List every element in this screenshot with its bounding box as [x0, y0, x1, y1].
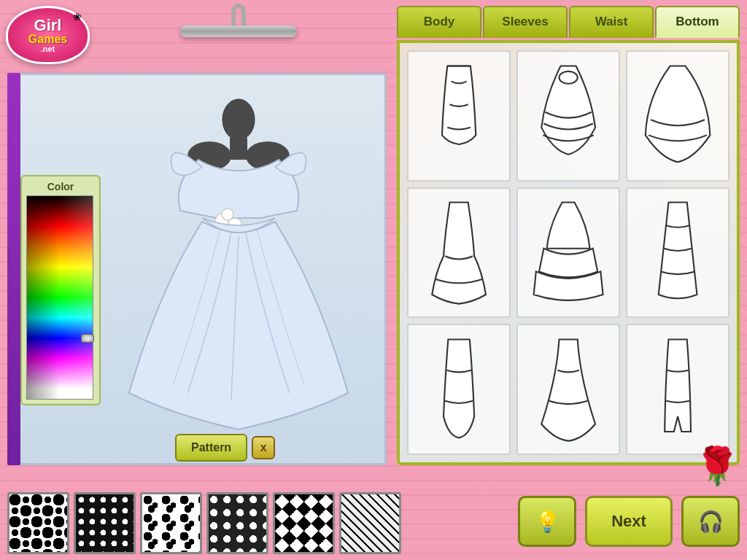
headphones-button[interactable]: 🎧: [681, 496, 740, 547]
swatch-2-pattern: [76, 494, 133, 552]
hanger-hook: [231, 4, 246, 26]
logo-text-net: .net: [41, 45, 55, 53]
tab-bottom[interactable]: Bottom: [655, 6, 740, 38]
pattern-button[interactable]: Pattern: [175, 434, 247, 462]
logo-circle: ❀ Girl Games .net: [6, 6, 90, 64]
swatch-4-pattern: [209, 494, 266, 552]
purple-accent-bar: [7, 73, 20, 465]
svg-point-6: [222, 209, 233, 220]
logo-text-games: Games: [28, 34, 67, 45]
pattern-button-area: Pattern x: [175, 434, 275, 462]
dress-option-5[interactable]: [516, 187, 620, 319]
lightbulb-button[interactable]: 💡: [518, 496, 576, 547]
dress-option-9[interactable]: [626, 324, 729, 455]
swatch-1[interactable]: [7, 492, 69, 554]
tab-sleeves[interactable]: Sleeves: [483, 6, 568, 38]
swatch-2[interactable]: [74, 492, 136, 554]
color-panel[interactable]: Color: [20, 175, 101, 405]
swatch-3[interactable]: [140, 492, 202, 554]
swatch-3-pattern: [142, 494, 200, 552]
next-button[interactable]: Next: [585, 496, 673, 547]
swatch-5-pattern: [275, 494, 333, 552]
svg-rect-1: [230, 138, 247, 160]
tab-waist[interactable]: Waist: [569, 6, 654, 38]
color-slider-thumb[interactable]: [81, 334, 94, 343]
swatch-6[interactable]: [339, 492, 401, 554]
headphones-icon: 🎧: [698, 510, 724, 534]
swatch-1-pattern: [9, 494, 67, 552]
tabs-container: Body Sleeves Waist Bottom: [397, 6, 740, 38]
swatch-6-pattern: [341, 494, 399, 552]
pattern-swatches: [7, 492, 401, 554]
hanger-bar: [180, 26, 297, 37]
main-container: ❀ Girl Games .net Color: [0, 0, 747, 560]
hanger: [102, 4, 375, 69]
dress-option-8[interactable]: [516, 324, 620, 455]
pattern-x-button[interactable]: x: [252, 436, 275, 459]
dress-option-1[interactable]: [407, 50, 511, 182]
svg-point-0: [222, 99, 255, 140]
dress-option-2[interactable]: [516, 50, 620, 182]
dress-option-6[interactable]: [626, 187, 729, 319]
logo: ❀ Girl Games .net: [6, 6, 93, 68]
color-label: Color: [26, 181, 95, 192]
right-panel: [397, 40, 740, 465]
swatch-4[interactable]: [206, 492, 268, 554]
bottom-buttons: 💡 Next 🎧: [518, 496, 740, 547]
dress-option-4[interactable]: [407, 187, 511, 319]
dress-option-3[interactable]: [626, 50, 729, 182]
dress-mannequin: [115, 87, 363, 451]
svg-point-7: [559, 71, 577, 84]
dress-option-7[interactable]: [407, 324, 511, 455]
hanger-shape: [173, 4, 304, 69]
color-gradient[interactable]: [26, 195, 93, 400]
dress-area: [102, 73, 375, 465]
logo-flower-icon: ❀: [73, 11, 82, 23]
tab-body[interactable]: Body: [397, 6, 481, 38]
logo-text-girl: Girl: [34, 18, 62, 34]
swatch-5[interactable]: [273, 492, 335, 554]
lightbulb-icon: 💡: [535, 510, 560, 534]
